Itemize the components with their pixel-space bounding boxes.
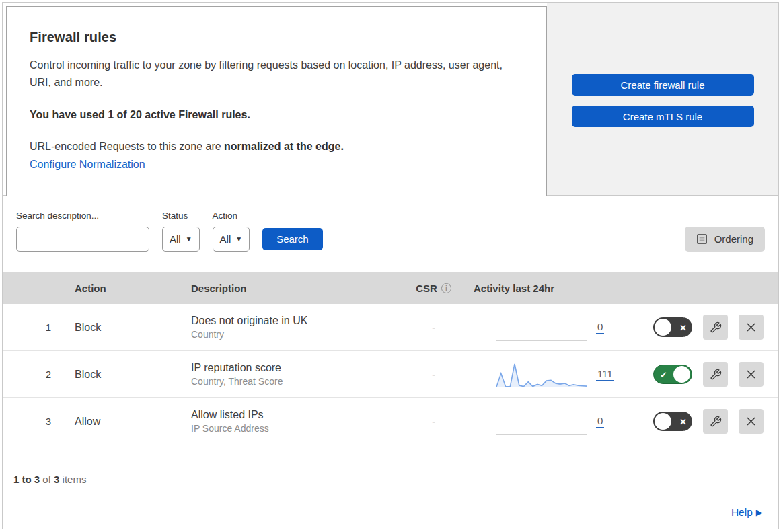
top-region: Firewall rules Control incoming traffic … — [3, 3, 778, 196]
rule-csr-value: - — [394, 416, 474, 427]
info-icon[interactable]: i — [441, 283, 451, 293]
rule-csr-value: - — [394, 369, 474, 380]
toggle-state-icon: ✕ — [679, 416, 687, 426]
create-mtls-rule-button[interactable]: Create mTLS rule — [572, 106, 754, 127]
activity-sparkline — [496, 313, 587, 342]
configure-normalization-link[interactable]: Configure Normalization — [30, 159, 145, 170]
rule-description-cell: Does not originate in UK Country — [178, 315, 394, 340]
ordering-list-icon — [696, 233, 708, 245]
activity-count-link[interactable]: 0 — [596, 321, 604, 334]
header-activity: Activity last 24hr — [474, 282, 626, 294]
search-label: Search description... — [16, 211, 149, 221]
help-label: Help — [731, 506, 753, 519]
search-box — [16, 227, 149, 252]
status-filter-group: Status All ▼ — [162, 211, 200, 252]
rule-action: Block — [62, 369, 178, 381]
rule-description-cell: Allow listed IPs IP Source Address — [178, 409, 394, 434]
edit-rule-button[interactable] — [703, 315, 728, 340]
rule-action: Block — [62, 321, 178, 334]
delete-rule-button[interactable] — [739, 409, 764, 434]
edit-rule-button[interactable] — [703, 409, 728, 434]
intro-card: Firewall rules Control incoming traffic … — [6, 6, 547, 196]
header-action: Action — [62, 282, 178, 294]
rule-priority: 3 — [3, 416, 62, 427]
edit-rule-button[interactable] — [703, 362, 728, 387]
rule-description: Allow listed IPs — [191, 409, 394, 421]
search-input[interactable] — [27, 234, 149, 245]
activity-sparkline — [496, 408, 587, 436]
activity-count-link[interactable]: 0 — [596, 415, 604, 428]
rule-activity-cell: 0 — [474, 313, 626, 342]
toggle-knob — [673, 366, 690, 383]
chevron-down-icon: ▼ — [186, 235, 192, 243]
rules-table-header: Action Description CSR i Activity last 2… — [3, 272, 778, 304]
rule-criteria: IP Source Address — [191, 423, 394, 434]
status-select[interactable]: All ▼ — [162, 227, 200, 252]
firewall-rules-page: Firewall rules Control incoming traffic … — [2, 2, 779, 529]
action-selected-value: All — [220, 233, 231, 245]
close-icon — [746, 369, 756, 379]
toggle-knob — [655, 319, 671, 336]
rule-priority: 2 — [3, 369, 62, 380]
ordering-button-label: Ordering — [714, 233, 753, 245]
wrench-icon — [710, 321, 722, 334]
rule-description: IP reputation score — [191, 362, 394, 374]
rule-description: Does not originate in UK — [191, 315, 394, 327]
rule-criteria: Country — [191, 329, 394, 340]
pagination-summary: 1 to 3 of 3 items — [13, 473, 86, 485]
close-icon — [746, 322, 756, 332]
rule-action: Allow — [62, 416, 178, 428]
ordering-button[interactable]: Ordering — [685, 227, 765, 252]
header-description: Description — [178, 282, 394, 294]
close-icon — [746, 416, 756, 426]
rule-priority: 1 — [3, 321, 62, 333]
help-row: Help ▶ — [3, 496, 778, 529]
rule-activity-cell: 111 — [474, 360, 626, 389]
action-label: Action — [213, 211, 250, 221]
normalization-prefix: URL-encoded Requests to this zone are — [30, 141, 224, 152]
rule-csr-value: - — [394, 321, 474, 333]
search-button[interactable]: Search — [262, 228, 323, 250]
rule-controls: ✕ — [626, 315, 778, 340]
status-selected-value: All — [170, 233, 181, 245]
header-csr-label: CSR — [416, 282, 437, 294]
arrow-right-icon: ▶ — [756, 508, 762, 517]
create-firewall-rule-button[interactable]: Create firewall rule — [572, 74, 754, 96]
header-csr: CSR i — [394, 282, 474, 294]
rules-table-body: 1 Block Does not originate in UK Country… — [3, 304, 778, 445]
rule-controls: ✓ — [626, 362, 778, 387]
activity-sparkline — [496, 360, 587, 389]
activity-count-link[interactable]: 111 — [596, 368, 614, 381]
table-row: 2 Block IP reputation score Country, Thr… — [3, 351, 778, 398]
delete-rule-button[interactable] — [739, 362, 764, 387]
rule-criteria: Country, Threat Score — [191, 376, 394, 387]
chevron-down-icon: ▼ — [235, 235, 242, 243]
help-link[interactable]: Help ▶ — [731, 506, 762, 519]
status-label: Status — [162, 211, 200, 221]
rule-controls: ✕ — [626, 409, 778, 434]
search-group: Search description... — [16, 211, 149, 252]
action-select[interactable]: All ▼ — [213, 227, 250, 252]
rule-activity-cell: 0 — [474, 408, 626, 436]
wrench-icon — [710, 369, 722, 381]
actions-panel: Create firewall rule Create mTLS rule — [547, 3, 778, 195]
action-filter-group: Action All ▼ — [213, 211, 250, 252]
rule-description-cell: IP reputation score Country, Threat Scor… — [178, 362, 394, 387]
normalization-text: URL-encoded Requests to this zone are no… — [30, 141, 519, 153]
filter-bar: Search description... Status All ▼ Actio… — [3, 196, 778, 272]
page-title: Firewall rules — [30, 30, 519, 45]
rule-enabled-toggle[interactable]: ✕ — [653, 317, 692, 337]
table-footer: 1 to 3 of 3 items — [3, 445, 778, 496]
rule-enabled-toggle[interactable]: ✕ — [653, 412, 692, 431]
toggle-state-icon: ✓ — [660, 369, 667, 379]
usage-notice: You have used 1 of 20 active Firewall ru… — [30, 109, 519, 121]
table-row: 1 Block Does not originate in UK Country… — [3, 304, 778, 351]
normalization-bold: normalized at the edge. — [224, 141, 344, 152]
page-description: Control incoming traffic to your zone by… — [30, 56, 514, 91]
toggle-knob — [655, 413, 671, 430]
wrench-icon — [710, 416, 722, 428]
table-row: 3 Allow Allow listed IPs IP Source Addre… — [3, 398, 778, 445]
rule-enabled-toggle[interactable]: ✓ — [653, 365, 692, 384]
toggle-state-icon: ✕ — [679, 322, 687, 332]
delete-rule-button[interactable] — [739, 315, 764, 340]
